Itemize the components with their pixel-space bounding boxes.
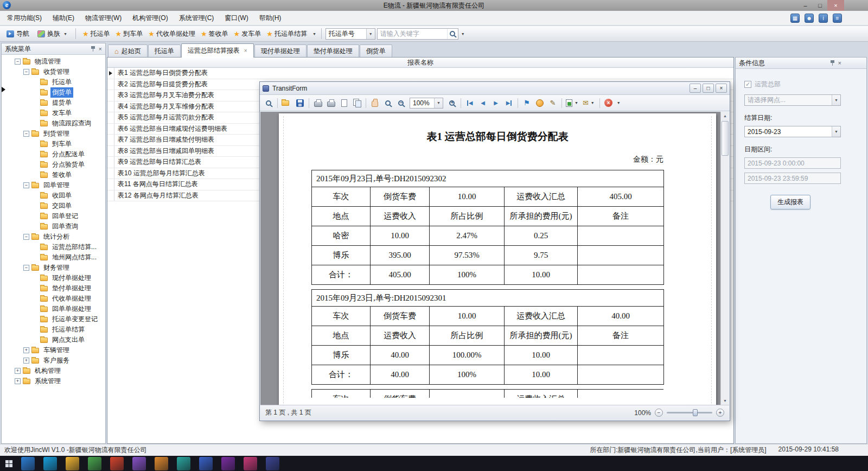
range-end-input[interactable]: 2015-09-23 23:59:59 bbox=[744, 173, 841, 184]
print-icon[interactable] bbox=[325, 97, 337, 109]
expand-icon[interactable]: + bbox=[23, 358, 29, 364]
taskbar-app-icon[interactable] bbox=[88, 457, 101, 470]
zoom-out-button[interactable]: − bbox=[655, 409, 663, 417]
collapse-icon[interactable]: − bbox=[23, 131, 29, 137]
tree-item[interactable]: 到车单 bbox=[2, 139, 105, 149]
taskbar-app-icon[interactable] bbox=[43, 457, 57, 470]
taskbar-app-icon[interactable] bbox=[132, 457, 146, 470]
save-icon[interactable] bbox=[294, 97, 306, 109]
edit-fields-icon[interactable]: ✎ bbox=[547, 97, 559, 109]
generate-report-button[interactable]: 生成报表 bbox=[770, 195, 810, 209]
expand-icon[interactable]: + bbox=[15, 368, 21, 374]
tree-item[interactable]: 垫付单据处理 bbox=[2, 283, 105, 294]
monitor-icon[interactable]: ▦ bbox=[790, 14, 800, 23]
notes-icon[interactable]: ≡ bbox=[833, 14, 842, 23]
tree-item[interactable]: −回单管理 bbox=[2, 180, 105, 190]
maximize-button[interactable]: □ bbox=[703, 84, 714, 93]
close-button[interactable]: × bbox=[716, 84, 727, 93]
zoom-in-icon[interactable]: + bbox=[446, 97, 458, 109]
tab-运营总部结算报表[interactable]: 运营总部结算报表× bbox=[181, 43, 254, 58]
close-icon[interactable]: × bbox=[99, 46, 102, 52]
prev-page-icon[interactable]: ◀ bbox=[477, 97, 489, 109]
pin-icon[interactable] bbox=[91, 46, 95, 52]
page-setup-icon[interactable] bbox=[338, 97, 350, 109]
tree-item[interactable]: −财务管理 bbox=[2, 263, 105, 273]
email-icon[interactable]: ✉▼ bbox=[582, 97, 597, 109]
export-icon[interactable]: ▼ bbox=[565, 97, 580, 109]
tree-item[interactable]: −物流管理 bbox=[2, 56, 105, 67]
collapse-icon[interactable]: − bbox=[15, 59, 21, 65]
skin-button[interactable]: 换肤 ▼ bbox=[34, 28, 72, 40]
tree-item[interactable]: 物流跟踪查询 bbox=[2, 118, 105, 129]
search-options-caret[interactable]: ▼ bbox=[460, 32, 466, 36]
tree-item[interactable]: 分点验货单 bbox=[2, 160, 105, 170]
menu-item[interactable]: 机构管理(O) bbox=[127, 11, 173, 25]
last-page-icon[interactable]: ▶ bbox=[503, 97, 515, 109]
collapse-icon[interactable]: − bbox=[23, 265, 29, 271]
favorites-overflow-caret[interactable]: ▼ bbox=[311, 32, 317, 36]
vertical-scrollbar[interactable]: ▲ ▼ bbox=[720, 112, 729, 405]
zoom-out-icon[interactable]: − bbox=[395, 97, 407, 109]
taskbar-app-icon[interactable] bbox=[266, 457, 279, 470]
taskbar-app-icon[interactable] bbox=[221, 457, 235, 470]
magnifier-icon[interactable] bbox=[382, 97, 394, 109]
taskbar-app-icon[interactable] bbox=[199, 457, 213, 470]
close-icon[interactable]: × bbox=[838, 60, 841, 66]
tree-item[interactable]: 托运单结算 bbox=[2, 324, 105, 335]
tab-倒货单[interactable]: 倒货单 bbox=[360, 44, 392, 57]
minimize-button[interactable]: – bbox=[690, 84, 701, 93]
zoom-slider[interactable] bbox=[667, 412, 712, 413]
tree-item[interactable]: 签收单 bbox=[2, 170, 105, 180]
tab-现付单据处理[interactable]: 现付单据处理 bbox=[254, 44, 307, 57]
start-button[interactable] bbox=[5, 460, 12, 467]
tree-item[interactable]: 回单查询 bbox=[2, 221, 105, 232]
favorite-button[interactable]: ★到车单 bbox=[113, 28, 146, 40]
nav-button[interactable]: 导航 bbox=[3, 28, 33, 40]
settle-date-combo[interactable]: 2015-09-23 ▼ bbox=[744, 126, 841, 137]
report-list-row[interactable]: 表1 运营总部每日倒货费分配表 bbox=[107, 68, 733, 79]
tab-垫付单据处理[interactable]: 垫付单据处理 bbox=[307, 44, 359, 57]
scale-pages-icon[interactable] bbox=[351, 97, 363, 109]
tree-item[interactable]: +机构管理 bbox=[2, 366, 105, 376]
tab-起始页[interactable]: ⌂起始页 bbox=[108, 44, 148, 57]
user-icon[interactable]: ☻ bbox=[805, 14, 814, 23]
tree-item[interactable]: −统计分析 bbox=[2, 232, 105, 242]
tree-item[interactable]: 托运单变更登记 bbox=[2, 314, 105, 324]
menu-item[interactable]: 系统管理(C) bbox=[174, 11, 220, 25]
tree-item[interactable]: 运营总部结算... bbox=[2, 242, 105, 252]
favorite-button[interactable]: ★托运单结算 bbox=[264, 28, 310, 40]
hq-checkbox-row[interactable]: ✓ 运营总部 bbox=[744, 80, 858, 89]
find-icon[interactable] bbox=[263, 97, 275, 109]
more-options-caret[interactable]: ▼ bbox=[616, 101, 622, 105]
collapse-icon[interactable]: − bbox=[23, 234, 29, 240]
favorite-button[interactable]: ★代收单据处理 bbox=[145, 28, 198, 40]
favorite-button[interactable]: ★发车单 bbox=[231, 28, 264, 40]
tree-item[interactable]: 回单单据处理 bbox=[2, 304, 105, 314]
favorite-button[interactable]: ★签收单 bbox=[198, 28, 231, 40]
tab-close-icon[interactable]: × bbox=[244, 48, 247, 54]
tree-item[interactable]: 倒货单 bbox=[2, 87, 105, 98]
menu-item[interactable]: 辅助(E) bbox=[47, 11, 80, 25]
tree-item[interactable]: −到货管理 bbox=[2, 129, 105, 139]
hand-tool-icon[interactable] bbox=[369, 97, 381, 109]
collapse-icon[interactable]: − bbox=[23, 69, 29, 75]
tab-托运单[interactable]: 托运单 bbox=[148, 44, 181, 57]
collapse-icon[interactable]: − bbox=[23, 182, 29, 188]
expand-icon[interactable]: + bbox=[15, 378, 21, 384]
taskbar-app-icon[interactable] bbox=[66, 457, 79, 470]
parameters-icon[interactable] bbox=[534, 97, 546, 109]
expand-icon[interactable]: + bbox=[23, 347, 29, 353]
tree-item[interactable]: 网点支出单 bbox=[2, 335, 105, 345]
range-start-input[interactable]: 2015-09-23 0:00:00 bbox=[744, 157, 841, 169]
print-options-icon[interactable] bbox=[312, 97, 324, 109]
pin-icon[interactable] bbox=[831, 60, 834, 66]
transitform-titlebar[interactable]: TransitForm – □ × bbox=[260, 82, 730, 95]
bookmark-icon[interactable]: ⚑ bbox=[521, 97, 533, 109]
zoom-in-button[interactable]: + bbox=[716, 409, 724, 417]
close-preview-icon[interactable]: × bbox=[603, 97, 615, 109]
scroll-thumb[interactable] bbox=[722, 121, 729, 156]
info-icon[interactable]: i bbox=[819, 14, 828, 23]
tree-item[interactable]: 发车单 bbox=[2, 108, 105, 118]
menu-item[interactable]: 常用功能(S) bbox=[2, 11, 47, 25]
tree-item[interactable]: 收回单 bbox=[2, 190, 105, 201]
